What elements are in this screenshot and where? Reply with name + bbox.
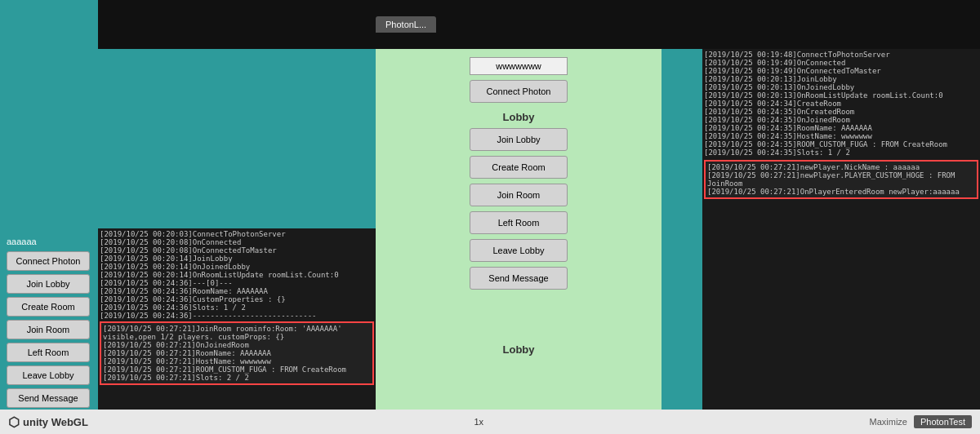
lobby-label-2: Lobby xyxy=(503,343,535,356)
right-log-highlight: [2019/10/25 00:27:21]newPlayer.NickName … xyxy=(704,160,978,199)
leave-lobby-left-button[interactable]: Leave Lobby xyxy=(7,365,90,385)
left-log-lines: [2019/10/25 00:20:03]ConnectToPhotonServ… xyxy=(100,230,374,320)
join-lobby-center-button[interactable]: Join Lobby xyxy=(470,128,568,151)
left-log-highlight: [2019/10/25 00:27:21]JoinRoom roominfo:R… xyxy=(100,321,374,385)
left-room-center-button[interactable]: Left Room xyxy=(470,211,568,234)
unity-icon: ⬡ xyxy=(8,414,20,430)
create-room-left-button[interactable]: Create Room xyxy=(7,297,90,317)
right-log-panel: [2019/10/25 00:19:48]ConnectToPhotonServ… xyxy=(702,49,980,434)
unity-label: unity WebGL xyxy=(23,416,88,428)
create-room-center-button[interactable]: Create Room xyxy=(470,156,568,179)
connect-photon-center-button[interactable]: Connect Photon xyxy=(470,80,568,103)
send-message-left-button[interactable]: Send Message xyxy=(7,388,90,408)
leave-lobby-center-button[interactable]: Leave Lobby xyxy=(470,239,568,262)
join-room-center-button[interactable]: Join Room xyxy=(470,184,568,206)
photon-test-badge: PhotonTest xyxy=(914,415,972,428)
maximize-label[interactable]: Maximize xyxy=(870,417,907,427)
zoom-level: 1x xyxy=(474,417,483,427)
bottom-right: Maximize PhotonTest xyxy=(870,415,973,428)
left-room-left-button[interactable]: Left Room xyxy=(7,343,90,362)
username-label: aaaaaa xyxy=(7,237,37,246)
tab-strip: PhotonL... xyxy=(376,16,436,33)
bottom-bar: ⬡ unity WebGL 1x Maximize PhotonTest xyxy=(0,410,980,434)
connect-photon-left-button[interactable]: Connect Photon xyxy=(7,251,90,271)
join-lobby-left-button[interactable]: Join Lobby xyxy=(7,274,90,294)
join-room-left-button[interactable]: Join Room xyxy=(7,320,90,339)
center-panel: Connect Photon Lobby Join Lobby Create R… xyxy=(376,49,662,432)
right-log-lines: [2019/10/25 00:19:48]ConnectToPhotonServ… xyxy=(704,51,978,157)
left-panel: aaaaaa Connect Photon Join Lobby Create … xyxy=(0,0,98,434)
top-bar: PhotonL... xyxy=(0,0,980,49)
room-name-input[interactable] xyxy=(470,57,568,75)
send-message-center-button[interactable]: Send Message xyxy=(470,267,568,290)
left-log-panel: [2019/10/25 00:20:03]ConnectToPhotonServ… xyxy=(98,228,376,434)
unity-logo: ⬡ unity WebGL xyxy=(8,414,88,430)
photon-tab[interactable]: PhotonL... xyxy=(376,16,436,33)
lobby-label-1: Lobby xyxy=(503,111,535,123)
